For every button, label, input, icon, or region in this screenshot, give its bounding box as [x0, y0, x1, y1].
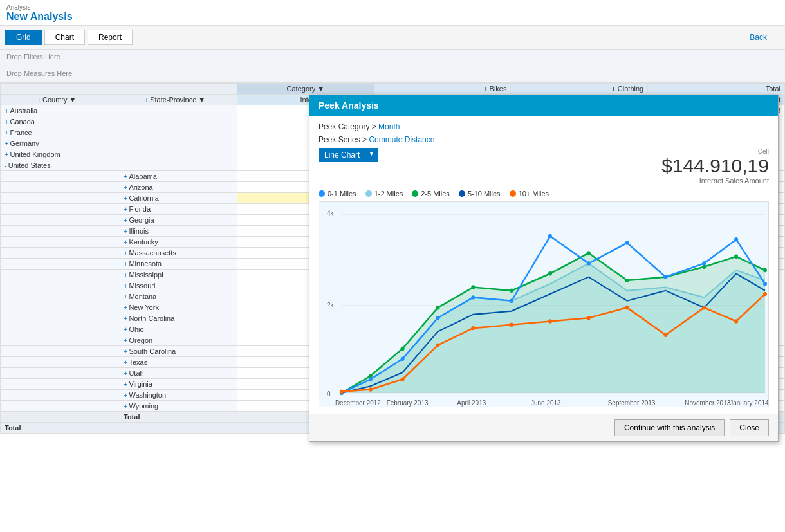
- svg-point-28: [763, 282, 767, 286]
- svg-point-40: [734, 319, 738, 323]
- state-cell-empty: [113, 116, 237, 127]
- peek-header: Peek Analysis: [309, 95, 778, 116]
- country-cell-empty: [1, 401, 113, 412]
- state-cell: +Massachusetts: [113, 248, 237, 259]
- page-title: New Analysis: [6, 11, 779, 23]
- state-cell: +Missouri: [113, 280, 237, 291]
- toolbar: Grid Chart Report Back: [0, 26, 785, 50]
- state-cell: +Mississippi: [113, 270, 237, 280]
- svg-point-14: [734, 255, 738, 259]
- country-cell-empty: [1, 291, 113, 302]
- country-cell-empty: [1, 390, 113, 401]
- state-cell: +South Carolina: [113, 346, 237, 357]
- continue-button[interactable]: Continue with this analysis: [614, 419, 725, 436]
- peek-legend: 0-1 Miles1-2 Miles2-5 Miles5-10 Miles10+…: [319, 190, 769, 197]
- country-cell-empty: [1, 226, 113, 237]
- svg-point-33: [471, 326, 475, 330]
- svg-point-27: [734, 237, 738, 241]
- state-cell: +North Carolina: [113, 313, 237, 324]
- chart-type-wrapper: Line Chart Bar Chart Area Chart: [319, 148, 378, 162]
- svg-point-17: [369, 377, 373, 381]
- svg-point-19: [436, 316, 439, 320]
- peek-meta-category: Peek Category > Month: [319, 122, 769, 131]
- state-cell: +California: [113, 193, 237, 204]
- category-label: Category: [287, 85, 316, 93]
- country-cell-empty: [1, 237, 113, 248]
- state-dim-header: +State-Province ▼: [113, 95, 237, 105]
- country-cell-empty: [1, 248, 113, 259]
- area-2-5: [342, 253, 765, 393]
- country-cell-empty: [1, 313, 113, 324]
- grand-total-label2: [113, 423, 237, 434]
- state-cell: +Washington: [113, 390, 237, 401]
- svg-point-9: [548, 271, 552, 275]
- country-cell-empty: [1, 335, 113, 346]
- svg-point-23: [587, 261, 591, 265]
- bikes-header: + Bikes: [374, 84, 511, 95]
- grid-button[interactable]: Grid: [5, 30, 42, 45]
- x-label-dec2012: December 2012: [335, 399, 381, 407]
- state-cell-empty: [113, 105, 237, 116]
- chart-button[interactable]: Chart: [44, 30, 85, 45]
- country-cell-empty: [1, 368, 113, 379]
- country-cell-empty: [1, 182, 113, 193]
- chart-area: 4k 2k 0: [319, 201, 769, 407]
- peek-category-value[interactable]: Month: [378, 122, 400, 131]
- country-cell-empty: [1, 346, 113, 357]
- svg-point-35: [548, 319, 552, 323]
- country-cell-empty: [1, 324, 113, 335]
- country-cell: +Australia: [1, 105, 113, 116]
- total-header: Total: [648, 84, 785, 95]
- state-cell: +Illinois: [113, 226, 237, 237]
- peek-footer: Continue with this analysis Close: [309, 414, 778, 441]
- category-header: Category ▼: [237, 84, 374, 95]
- legend-item: 10+ Miles: [510, 190, 549, 197]
- country-cell-empty: [1, 357, 113, 368]
- state-cell: +Florida: [113, 204, 237, 215]
- peek-body: Peek Category > Month Peek Series > Comm…: [309, 116, 778, 414]
- close-button[interactable]: Close: [730, 419, 769, 436]
- report-button[interactable]: Report: [88, 30, 133, 45]
- svg-point-7: [471, 285, 475, 289]
- x-label-feb2013: February 2013: [387, 399, 429, 407]
- svg-point-6: [436, 306, 439, 309]
- state-label: State-Province: [150, 96, 196, 104]
- state-cell-empty: [113, 138, 237, 149]
- x-label-sep2013: September 2013: [608, 399, 656, 407]
- row-header: [1, 84, 237, 95]
- svg-point-31: [401, 377, 405, 381]
- peek-category-label: Peek Category >: [319, 122, 376, 131]
- analysis-label: Analysis: [6, 4, 779, 11]
- x-label-jun2013: June 2013: [531, 399, 561, 407]
- peek-series-label: Peek Series >: [319, 135, 367, 144]
- peek-cell-value: Cell $144.910,19 Internet Sales Amount: [661, 148, 769, 185]
- state-cell: +Alabama: [113, 171, 237, 182]
- y-label-0: 0: [327, 390, 331, 398]
- peek-series-value[interactable]: Commute Distance: [369, 135, 434, 144]
- y-label-4k: 4k: [327, 210, 334, 217]
- svg-point-8: [510, 289, 513, 293]
- drop-measures-bar: Drop Measures Here: [0, 66, 785, 83]
- country-cell-empty: [1, 280, 113, 291]
- svg-point-37: [625, 306, 629, 309]
- peek-title: Peek Analysis: [319, 100, 379, 111]
- svg-point-25: [663, 275, 667, 279]
- state-cell: +Georgia: [113, 215, 237, 226]
- svg-point-15: [763, 268, 767, 272]
- country-cell-empty: [1, 193, 113, 204]
- back-button[interactable]: Back: [739, 30, 777, 44]
- svg-point-11: [625, 279, 629, 282]
- x-label-jan2014: January 2014: [730, 399, 768, 407]
- country-cell: +United Kingdom: [1, 149, 113, 160]
- country-cell-empty: [1, 204, 113, 215]
- svg-point-36: [587, 316, 591, 320]
- state-cell: +Utah: [113, 368, 237, 379]
- country-cell: +France: [1, 127, 113, 138]
- chart-type-select[interactable]: Line Chart Bar Chart Area Chart: [319, 148, 378, 162]
- app-container: Analysis New Analysis Grid Chart Report …: [0, 0, 785, 527]
- country-cell-empty: [1, 379, 113, 390]
- country-dim-header: +Country ▼: [1, 95, 113, 105]
- state-cell-empty: [113, 149, 237, 160]
- svg-point-30: [369, 387, 373, 391]
- country-cell: +Canada: [1, 116, 113, 127]
